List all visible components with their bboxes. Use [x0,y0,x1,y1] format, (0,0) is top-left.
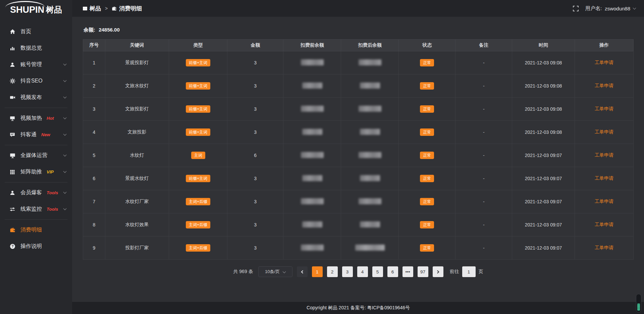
ticket-apply-link[interactable]: 工单申请 [595,222,613,227]
cell-amount: 3 [227,167,283,190]
masked-balance-before [301,245,324,251]
fullscreen-icon[interactable] [573,6,579,11]
more-pages-button[interactable]: ••• [402,266,413,277]
sidebar-item-consumption-detail[interactable]: 消费明细 [0,222,72,238]
chevron-left-icon [301,270,304,273]
masked-balance-after [355,245,385,251]
cell-keyword: 景观投影灯 [105,51,169,74]
breadcrumb-root[interactable]: 树品 [83,5,101,12]
sidebar-item-data-overview[interactable]: 数据总览 [0,40,72,56]
user-menu[interactable]: 用户名: zswodun88 [585,5,636,12]
sidebar-item-label: 抖客通 [20,131,37,138]
ticket-apply-link[interactable]: 工单申请 [595,83,613,88]
page-button-4[interactable]: 4 [357,266,368,277]
hot-badge: Hot [47,116,54,121]
cell-amount: 6 [227,144,283,167]
page-button-1[interactable]: 1 [312,266,323,277]
new-badge: New [41,132,50,137]
sidebar-item-video-heating[interactable]: 视频加热 Hot [0,110,72,126]
ticket-apply-link[interactable]: 工单申请 [595,175,613,181]
col-header-time: 时间 [512,40,575,51]
svg-text:?: ? [11,245,13,248]
ticket-apply-link[interactable]: 工单申请 [595,199,613,204]
home-icon [9,29,15,35]
page-button-97[interactable]: 97 [418,266,428,277]
page-size-select[interactable]: 10条/页 [258,266,292,277]
cell-seq: 9 [83,237,105,260]
chevron-down-icon [63,79,67,82]
status-badge: 正常 [420,128,434,136]
col-header-action: 操作 [575,40,633,51]
sidebar-item-member-baoke[interactable]: 会员爆客 Tools [0,185,72,201]
masked-balance-before [301,59,324,65]
sidebar-item-matrix-boost[interactable]: 矩阵助推 VIP [0,164,72,180]
balance-value: 24856.00 [99,27,120,33]
chevron-down-icon [63,191,67,194]
page-button-2[interactable]: 2 [327,266,338,277]
sidebar-item-all-media[interactable]: 全媒体运营 [0,147,72,164]
cell-keyword: 文旅水纹灯 [105,74,169,98]
cell-seq: 6 [83,167,105,190]
breadcrumb-current[interactable]: 消费明细 [112,5,142,12]
ticket-apply-link[interactable]: 工单申请 [595,106,613,111]
site-icon [83,7,87,10]
col-header-status: 状态 [399,40,455,51]
sidebar-item-home[interactable]: 首页 [0,23,72,40]
logo-text-cn: 树品 [46,4,62,15]
col-header-balance-before: 扣费前余额 [283,40,341,51]
sidebar-item-doukotong[interactable]: 抖客通 New [0,126,72,143]
sidebar-divider [5,145,67,145]
type-badge: 主词+后缀 [186,244,210,252]
content: 余额: 24856.00 序号 关键词 类型 金额 扣费前余额 扣费后余额 状态… [72,17,644,302]
cell-seq: 3 [83,98,105,121]
ticket-apply-link[interactable]: 工单申请 [595,152,613,158]
chevron-down-icon [633,6,636,9]
total-count: 共 969 条 [233,269,253,275]
monitor-icon [9,153,15,159]
tools-badge: Tools [47,190,58,195]
status-badge: 正常 [420,152,434,159]
masked-balance-before [302,221,322,227]
wallet-icon [9,227,15,233]
prev-page-button[interactable] [297,266,308,277]
page-size-value: 10条/页 [265,269,280,275]
col-header-amount: 金额 [227,40,283,51]
cell-keyword: 水纹灯厂家 [105,190,169,213]
balance: 余额: 24856.00 [84,27,633,33]
sidebar-item-label: 视频发布 [20,94,42,101]
sidebar-item-label: 视频加热 [20,115,42,122]
chat-icon [9,132,15,138]
page-button-6[interactable]: 6 [387,266,398,277]
sidebar-item-douyin-seo[interactable]: 抖音SEO [0,73,72,89]
page-button-5[interactable]: 5 [372,266,383,277]
cell-remark: - [455,98,512,121]
cell-seq: 7 [83,190,105,213]
sidebar-item-account-management[interactable]: 账号管理 [0,56,72,73]
masked-balance-before [301,152,324,158]
col-header-keyword: 关键词 [105,40,169,51]
cell-time: 2021-12-03 09:07 [512,237,575,260]
table-row: 9 投影灯厂家 主词+后缀 3 正常 - 2021-12-03 09:07 工单… [83,237,634,260]
cell-keyword: 景观水纹灯 [105,167,169,190]
cell-time: 2021-12-03 09:07 [512,144,575,167]
app-logo: SHUPIN 树品 [0,1,72,19]
cell-amount: 3 [227,51,283,74]
ticket-apply-link[interactable]: 工单申请 [595,60,613,65]
tools-badge: Tools [47,207,58,212]
chevron-down-icon [283,270,286,273]
goto-page-input[interactable] [462,266,476,277]
ticket-apply-link[interactable]: 工单申请 [595,245,613,250]
status-badge: 正常 [420,244,434,252]
masked-balance-before [301,106,324,112]
next-page-button[interactable] [433,266,443,277]
cell-remark: - [455,74,512,98]
sidebar-item-clue-monitor[interactable]: 线索监控 Tools [0,201,72,217]
sidebar-item-operation-guide[interactable]: ? 操作说明 [0,238,72,255]
type-badge: 前缀+主词 [186,59,210,66]
sidebar-item-video-publish[interactable]: 视频发布 [0,89,72,106]
cell-seq: 2 [83,74,105,98]
page-button-3[interactable]: 3 [342,266,353,277]
ticket-apply-link[interactable]: 工单申请 [595,129,613,135]
username-value: zswodun88 [605,6,630,11]
scrollbar-widget[interactable] [636,294,641,313]
